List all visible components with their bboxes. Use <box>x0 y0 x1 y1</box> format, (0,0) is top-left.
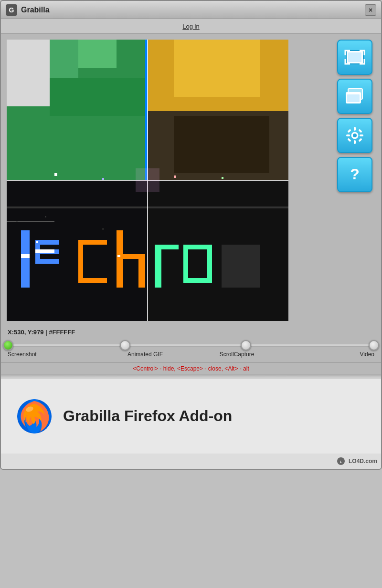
screenshot-icon <box>344 47 365 68</box>
settings-button[interactable] <box>337 118 372 153</box>
svg-rect-5 <box>78 40 117 68</box>
svg-rect-59 <box>347 129 351 133</box>
svg-rect-62 <box>358 138 362 142</box>
svg-rect-14 <box>21 230 30 288</box>
svg-rect-44 <box>45 216 46 217</box>
coordinates-text: X:530, Y:979 | #FFFFFF <box>8 329 75 336</box>
svg-rect-15 <box>21 254 30 258</box>
help-icon: ? <box>344 164 365 185</box>
shortcuts-bar: <Control> - hide, <Escape> - close, <Alt… <box>1 362 381 374</box>
multi-screenshot-button[interactable] <box>337 79 372 114</box>
title-bar-left: G Grabilla <box>6 4 50 16</box>
mode-label-video: Video <box>283 351 374 358</box>
app-icon: G <box>6 4 17 16</box>
svg-rect-52 <box>347 94 360 102</box>
svg-rect-28 <box>155 245 179 249</box>
svg-rect-23 <box>78 240 83 283</box>
svg-rect-35 <box>7 221 54 222</box>
svg-rect-33 <box>222 245 260 288</box>
lo4d-icon: L <box>336 456 346 466</box>
svg-rect-41 <box>174 175 176 178</box>
svg-text:?: ? <box>350 165 360 183</box>
animated-gif-thumb[interactable] <box>120 340 130 351</box>
svg-rect-32 <box>207 245 212 283</box>
svg-rect-38 <box>136 168 159 192</box>
svg-rect-20 <box>35 249 54 253</box>
main-content: ? <box>1 34 381 327</box>
svg-rect-45 <box>102 228 104 230</box>
mode-label-gif: Animated GIF <box>99 351 191 358</box>
svg-rect-4 <box>50 40 78 78</box>
svg-rect-42 <box>222 177 223 179</box>
svg-rect-31 <box>183 245 188 283</box>
svg-rect-55 <box>354 127 356 131</box>
svg-rect-8 <box>174 40 260 97</box>
slider-track <box>8 344 374 347</box>
screenshot-button[interactable] <box>337 40 372 75</box>
settings-icon <box>344 125 365 146</box>
svg-rect-46 <box>36 241 38 243</box>
svg-rect-43 <box>16 221 18 222</box>
addon-title: Grabilla Firefox Add-on <box>63 407 232 425</box>
shortcuts-text: <Control> - hide, <Escape> - close, <Alt… <box>133 365 249 372</box>
multi-screenshot-icon <box>344 86 365 107</box>
svg-rect-60 <box>358 129 362 133</box>
title-bar: G Grabilla × <box>1 1 381 19</box>
svg-point-54 <box>353 134 357 137</box>
svg-rect-26 <box>138 254 145 288</box>
scrollcapture-thumb[interactable] <box>241 340 251 351</box>
screenshot-preview <box>7 40 288 321</box>
svg-rect-57 <box>346 134 350 136</box>
firefox-icon <box>15 397 53 435</box>
svg-rect-39 <box>54 173 57 176</box>
mode-label-screenshot: Screenshot <box>8 351 99 358</box>
video-thumb[interactable] <box>369 340 379 351</box>
mode-labels: Screenshot Animated GIF ScrollCapture Vi… <box>8 350 374 361</box>
addon-section: Grabilla Firefox Add-on <box>1 377 382 454</box>
svg-rect-3 <box>7 40 50 106</box>
svg-rect-56 <box>354 140 356 144</box>
mode-slider[interactable] <box>8 340 374 350</box>
watermark: L LO4D.com <box>1 454 382 469</box>
preview-area <box>7 40 331 321</box>
slider-area: Screenshot Animated GIF ScrollCapture Vi… <box>1 338 381 362</box>
svg-rect-49 <box>348 52 361 62</box>
svg-rect-40 <box>102 178 104 180</box>
close-button[interactable]: × <box>365 4 376 16</box>
svg-rect-58 <box>360 134 363 136</box>
svg-rect-61 <box>347 138 351 142</box>
watermark-text: LO4D.com <box>349 458 377 464</box>
app-window: G Grabilla × Log in <box>0 0 382 470</box>
app-title: Grabilla <box>21 6 50 14</box>
svg-rect-27 <box>155 245 161 288</box>
coords-bar: X:530, Y:979 | #FFFFFF <box>1 327 381 338</box>
screenshot-thumb[interactable] <box>3 340 13 351</box>
svg-text:L: L <box>340 460 342 464</box>
preview-svg <box>7 40 288 321</box>
svg-rect-6 <box>50 78 148 116</box>
svg-rect-10 <box>174 116 269 173</box>
svg-rect-47 <box>117 255 120 257</box>
login-bar: Log in <box>1 19 381 34</box>
mode-label-scroll: ScrollCapture <box>191 351 283 358</box>
help-button[interactable]: ? <box>337 157 372 192</box>
login-link[interactable]: Log in <box>182 23 199 30</box>
sidebar-buttons: ? <box>337 40 375 321</box>
